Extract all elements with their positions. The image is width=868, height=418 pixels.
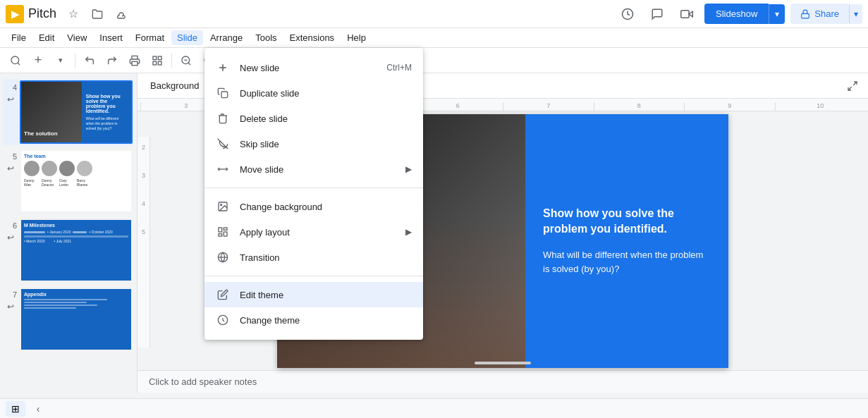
svg-rect-7 <box>153 56 157 60</box>
menu-change-background[interactable]: Change background <box>204 194 423 219</box>
history-button[interactable] <box>616 2 640 26</box>
print-button[interactable] <box>125 51 145 70</box>
slide-icon-4a: ↩ <box>7 94 14 104</box>
slide-icon-5a: ↩ <box>7 164 14 173</box>
thumb-5-avatar-1 <box>24 161 39 176</box>
view-buttons: ⊞ ‹ <box>6 401 48 417</box>
share-button[interactable]: Share <box>790 4 849 24</box>
slide-number-6: 6 <box>4 219 17 230</box>
transition-icon <box>216 250 230 264</box>
menu-duplicate-slide[interactable]: Duplicate slide <box>204 80 423 106</box>
menu-file[interactable]: File <box>6 30 32 45</box>
slides-panel: 4 ↩ The solution Show how you solve the … <box>0 73 137 393</box>
svg-rect-29 <box>224 232 227 236</box>
slide-dropdown-menu: New slide Ctrl+M Duplicate slide Delete … <box>204 48 423 340</box>
slide-thumb-4[interactable]: The solution Show how you solve the prob… <box>20 80 133 144</box>
app-icon: ▶ <box>6 5 24 23</box>
move-slide-icon <box>216 162 230 176</box>
svg-rect-30 <box>219 234 222 236</box>
share-dropdown-button[interactable]: ▾ <box>849 4 862 24</box>
new-slide-shortcut: Ctrl+M <box>386 63 412 73</box>
thumb-4-title-text: The solution <box>24 130 58 137</box>
slide-item-5[interactable]: 5 ↩ The team Danny Wier Danny Deacon G <box>3 148 134 214</box>
slide-item-4[interactable]: 4 ↩ The solution Show how you solve the … <box>3 79 134 145</box>
slide-thumb-5[interactable]: The team Danny Wier Danny Deacon Gary Lo… <box>20 149 133 213</box>
add-button[interactable]: + <box>28 51 48 70</box>
thumb-7-title: Appendix <box>24 292 128 297</box>
folder-button[interactable] <box>87 4 107 24</box>
menu-section-2: Change background Apply layout ▶ Transit… <box>204 191 423 273</box>
menu-new-slide[interactable]: New slide Ctrl+M <box>204 55 423 80</box>
comment-button[interactable] <box>645 2 669 26</box>
menu-edit-theme[interactable]: Edit theme <box>204 282 423 307</box>
svg-point-26 <box>221 204 222 206</box>
svg-rect-6 <box>132 61 137 65</box>
apply-layout-arrow: ▶ <box>405 227 412 237</box>
thumb-5-avatar-3 <box>59 161 75 176</box>
notes-bar[interactable]: Click to add speaker notes <box>137 370 868 393</box>
menu-transition[interactable]: Transition <box>204 245 423 270</box>
svg-line-19 <box>848 87 852 90</box>
menu-delete-slide[interactable]: Delete slide <box>204 106 423 131</box>
menu-extensions[interactable]: Extensions <box>284 30 341 45</box>
duplicate-slide-label: Duplicate slide <box>240 88 412 99</box>
document-title: Pitch <box>28 6 56 21</box>
toolbar-extra[interactable] <box>843 76 862 96</box>
thumb-5-avatar-4 <box>77 161 92 176</box>
edit-theme-icon <box>216 288 230 302</box>
slideshow-button[interactable]: Slideshow <box>704 4 769 24</box>
ruler-mark-8: 8 <box>594 102 685 111</box>
change-theme-label: Change theme <box>240 315 412 326</box>
slideshow-button-group: Slideshow ▾ <box>704 4 785 24</box>
search-button[interactable] <box>6 51 25 70</box>
menu-apply-layout[interactable]: Apply layout ▶ <box>204 219 423 245</box>
menu-edit[interactable]: Edit <box>33 30 60 45</box>
menu-sep-2 <box>204 276 423 276</box>
select-tool[interactable] <box>147 51 167 70</box>
menu-tools[interactable]: Tools <box>250 30 282 45</box>
svg-rect-28 <box>224 228 227 230</box>
apply-layout-label: Apply layout <box>240 227 396 238</box>
divider-2 <box>171 54 172 68</box>
change-background-icon <box>216 199 230 214</box>
slide-number-7: 7 <box>4 288 17 299</box>
move-slide-label: Move slide <box>240 164 396 175</box>
menu-sep-1 <box>204 188 423 188</box>
menu-bar: File Edit View Insert Format Slide Arran… <box>0 28 868 48</box>
vertical-ruler: 2 3 4 5 <box>137 137 150 348</box>
cloud-save-button[interactable] <box>111 4 131 24</box>
background-button[interactable]: Background <box>143 78 206 94</box>
menu-help[interactable]: Help <box>341 30 372 45</box>
slide-item-6[interactable]: 6 ↩ M Milestones • January 2020 • Octobe… <box>3 217 134 283</box>
notes-placeholder[interactable]: Click to add speaker notes <box>149 376 257 387</box>
thumb-4-body: What will be different when the problem … <box>86 116 127 131</box>
undo-button[interactable] <box>80 51 99 70</box>
grid-view-button[interactable]: ⊞ <box>6 401 25 417</box>
slide-thumb-6[interactable]: M Milestones • January 2020 • October 20… <box>20 219 133 282</box>
menu-section-3: Edit theme Change theme <box>204 279 423 336</box>
add-dropdown[interactable]: ▾ <box>51 51 71 70</box>
menu-view[interactable]: View <box>61 30 92 45</box>
svg-line-18 <box>853 82 857 85</box>
zoom-out[interactable] <box>176 51 196 70</box>
svg-rect-22 <box>221 92 228 98</box>
svg-rect-9 <box>153 61 157 65</box>
new-slide-label: New slide <box>240 63 377 73</box>
filmstrip-toggle-button[interactable]: ‹ <box>28 401 48 417</box>
menu-insert[interactable]: Insert <box>94 30 128 45</box>
slide-item-7[interactable]: 7 ↩ Appendix <box>3 286 134 352</box>
menu-format[interactable]: Format <box>130 30 170 45</box>
menu-arrange[interactable]: Arrange <box>204 30 248 45</box>
redo-button[interactable] <box>102 51 122 70</box>
slide-number-5: 5 <box>4 149 17 161</box>
menu-skip-slide[interactable]: Skip slide <box>204 131 423 156</box>
slideshow-dropdown-button[interactable]: ▾ <box>769 4 785 24</box>
menu-slide[interactable]: Slide <box>171 30 203 45</box>
menu-move-slide[interactable]: Move slide ▶ <box>204 156 423 182</box>
menu-change-theme[interactable]: Change theme <box>204 307 423 333</box>
scroll-indicator <box>475 362 531 364</box>
slide-right-body: What will be different when the problem … <box>543 248 711 276</box>
meet-button[interactable] <box>675 2 699 26</box>
star-button[interactable]: ☆ <box>63 4 83 24</box>
slide-thumb-7[interactable]: Appendix <box>20 288 133 351</box>
